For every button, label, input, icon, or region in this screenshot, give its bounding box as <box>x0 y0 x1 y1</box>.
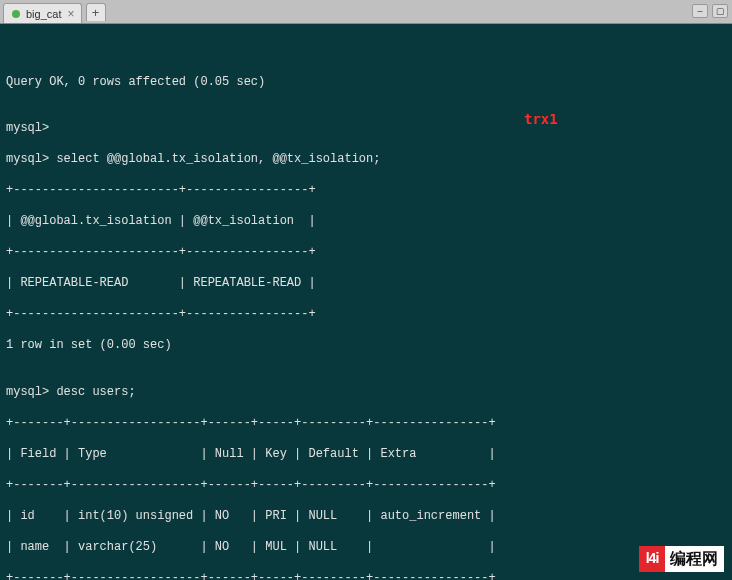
terminal-line: mysql> <box>6 121 726 137</box>
terminal-line: | name | varchar(25) | NO | MUL | NULL |… <box>6 540 726 556</box>
close-icon[interactable]: × <box>67 8 74 20</box>
transaction-label: trx1 <box>524 112 558 128</box>
tab-bar: big_cat × + – ▢ <box>0 0 732 24</box>
maximize-icon: ▢ <box>716 6 725 16</box>
terminal-line: +-----------------------+---------------… <box>6 307 726 323</box>
terminal-line: +-----------------------+---------------… <box>6 245 726 261</box>
watermark-text: 编程网 <box>665 546 724 572</box>
terminal-line: +-------+------------------+------+-----… <box>6 416 726 432</box>
new-tab-button[interactable]: + <box>86 3 106 21</box>
terminal-line: mysql> select @@global.tx_isolation, @@t… <box>6 152 726 168</box>
app-window: big_cat × + – ▢ trx1 Query OK, 0 rows af… <box>0 0 732 580</box>
watermark: l4i 编程网 <box>639 546 724 572</box>
tab-big-cat[interactable]: big_cat × <box>3 3 82 23</box>
window-controls: – ▢ <box>692 4 728 18</box>
terminal-line: +-----------------------+---------------… <box>6 183 726 199</box>
status-dot-icon <box>12 10 20 18</box>
plus-icon: + <box>92 5 100 20</box>
terminal-line: | id | int(10) unsigned | NO | PRI | NUL… <box>6 509 726 525</box>
terminal-line: | Field | Type | Null | Key | Default | … <box>6 447 726 463</box>
minimize-icon: – <box>697 6 702 16</box>
watermark-logo: l4i <box>639 546 665 572</box>
tab-label: big_cat <box>26 8 61 20</box>
terminal-pane[interactable]: trx1 Query OK, 0 rows affected (0.05 sec… <box>0 24 732 580</box>
terminal-line: +-------+------------------+------+-----… <box>6 478 726 494</box>
terminal-line: Query OK, 0 rows affected (0.05 sec) <box>6 75 726 91</box>
maximize-button[interactable]: ▢ <box>712 4 728 18</box>
terminal-line: | REPEATABLE-READ | REPEATABLE-READ | <box>6 276 726 292</box>
minimize-button[interactable]: – <box>692 4 708 18</box>
terminal-line: mysql> desc users; <box>6 385 726 401</box>
terminal-line: 1 row in set (0.00 sec) <box>6 338 726 354</box>
terminal-line: +-------+------------------+------+-----… <box>6 571 726 581</box>
terminal-line: | @@global.tx_isolation | @@tx_isolation… <box>6 214 726 230</box>
